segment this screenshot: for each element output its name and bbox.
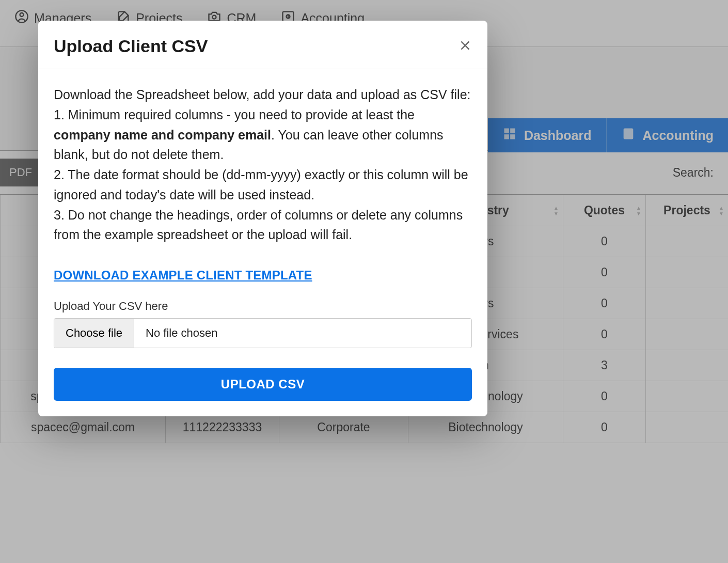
modal-intro: Download the Spreadsheet below, add your… — [54, 85, 472, 105]
modal-header: Upload Client CSV — [38, 21, 487, 69]
upload-label: Upload Your CSV here — [54, 298, 472, 315]
file-input[interactable]: Choose file No file chosen — [54, 318, 472, 348]
modal-item2: 2. The date format should be (dd-mm-yyyy… — [54, 165, 472, 205]
choose-file-button[interactable]: Choose file — [54, 319, 134, 348]
download-template-link[interactable]: DOWNLOAD EXAMPLE CLIENT TEMPLATE — [54, 265, 312, 285]
modal-body: Download the Spreadsheet below, add your… — [38, 69, 487, 416]
modal-title: Upload Client CSV — [54, 36, 208, 56]
upload-csv-modal: Upload Client CSV Download the Spreadshe… — [38, 21, 487, 416]
upload-csv-button[interactable]: UPLOAD CSV — [54, 368, 472, 401]
close-icon — [458, 46, 472, 54]
modal-close-button[interactable] — [458, 39, 472, 54]
modal-item1: 1. Minimum required columns - you need t… — [54, 105, 472, 165]
file-status: No file chosen — [134, 319, 229, 348]
modal-item3: 3. Do not change the headings, order of … — [54, 205, 472, 245]
